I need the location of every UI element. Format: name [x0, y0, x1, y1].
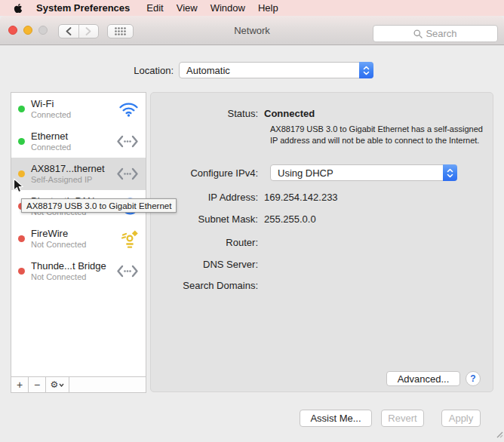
location-label: Location: [0, 65, 174, 76]
menu-item-help[interactable]: Help [258, 2, 278, 14]
service-name: AX8817...thernet [31, 164, 116, 175]
menu-bar: System Preferences Edit View Window Help [0, 0, 504, 16]
ethernet-icon [116, 265, 139, 278]
subnet-mask-value: 255.255.0.0 [264, 213, 316, 225]
search-input[interactable]: Search [373, 25, 498, 42]
firewire-icon [121, 229, 139, 249]
apple-menu-icon[interactable] [14, 2, 23, 14]
ethernet-icon [116, 135, 139, 148]
configure-ipv4-label: Configure IPv4: [151, 167, 264, 179]
status-dot-green [18, 138, 25, 145]
location-value: Automatic [186, 65, 230, 76]
ip-address-value: 169.254.142.233 [264, 192, 338, 203]
menu-item-window[interactable]: Window [211, 2, 245, 14]
menu-item-view[interactable]: View [177, 2, 198, 14]
status-label: Status: [151, 108, 264, 119]
revert-button-disabled: Revert [381, 410, 424, 427]
window-resize-grip[interactable] [496, 429, 503, 440]
service-row-wifi[interactable]: Wi-Fi Connected [11, 93, 146, 125]
status-dot-red [18, 235, 25, 242]
add-service-button[interactable]: + [11, 377, 29, 392]
gear-icon: ⚙ [51, 379, 59, 390]
mouse-cursor [13, 178, 24, 196]
status-dot-yellow [18, 170, 25, 177]
menu-app-name[interactable]: System Preferences [36, 2, 130, 14]
back-forward-control [58, 24, 99, 38]
ethernet-icon [116, 167, 139, 180]
zoom-button-disabled [38, 26, 48, 35]
wifi-icon [118, 102, 139, 117]
service-row-ax88179[interactable]: AX8817...thernet Self-Assigned IP [11, 158, 146, 190]
chevron-down-icon [59, 383, 64, 387]
service-row-firewire[interactable]: FireWire Not Connected [11, 223, 146, 255]
service-status: Not Connected [31, 272, 116, 282]
service-rows: Wi-Fi Connected Ethernet Connected [11, 93, 146, 376]
title-bar: Network Search [0, 16, 504, 45]
show-all-button[interactable] [107, 24, 134, 38]
apply-button-disabled: Apply [441, 410, 481, 427]
search-domains-label: Search Domains: [151, 280, 264, 291]
service-status: Connected [31, 143, 116, 152]
subnet-mask-label: Subnet Mask: [151, 213, 264, 225]
service-status: Self-Assigned IP [31, 175, 116, 185]
service-status: Not Connected [31, 240, 121, 250]
status-dot-red [18, 268, 25, 275]
service-name: FireWire [31, 229, 121, 240]
service-name: Wi-Fi [31, 99, 118, 110]
network-preferences-window: Network Search [0, 16, 504, 442]
status-description: AX88179 USB 3.0 to Gigabit Ethernet has … [270, 124, 487, 147]
help-button[interactable]: ? [466, 371, 481, 386]
dropdown-stepper-icon [443, 164, 457, 181]
tooltip: AX88179 USB 3.0 to Gigabit Ethernet [21, 198, 177, 213]
advanced-button[interactable]: Advanced... [386, 371, 460, 386]
back-button[interactable] [59, 25, 78, 38]
action-menu-button[interactable]: ⚙ [46, 377, 69, 392]
search-placeholder: Search [426, 28, 456, 39]
dropdown-stepper-icon [359, 62, 373, 78]
dns-server-label: DNS Server: [151, 259, 264, 270]
remove-service-button[interactable]: − [29, 377, 46, 392]
service-row-thunderbolt-bridge[interactable]: Thunde...t Bridge Not Connected [11, 255, 146, 287]
network-services-list: Wi-Fi Connected Ethernet Connected [11, 92, 146, 393]
connection-details-panel: Status: Connected AX88179 USB 3.0 to Gig… [150, 92, 493, 392]
router-label: Router: [151, 237, 264, 248]
configure-ipv4-dropdown[interactable]: Using DHCP [270, 164, 457, 181]
close-button[interactable] [8, 26, 17, 35]
service-name: Ethernet [31, 131, 116, 143]
location-dropdown[interactable]: Automatic [179, 62, 373, 78]
service-name: Thunde...t Bridge [31, 261, 116, 272]
traffic-lights [8, 26, 48, 35]
service-list-toolbar: + − ⚙ [11, 376, 146, 392]
search-icon [413, 29, 423, 38]
status-value: Connected [264, 108, 315, 119]
configure-ipv4-value: Using DHCP [278, 167, 333, 179]
menu-item-edit[interactable]: Edit [146, 2, 163, 14]
service-status: Connected [31, 110, 118, 120]
status-dot-green [18, 106, 25, 112]
forward-button-disabled [78, 25, 99, 38]
minimize-button[interactable] [23, 26, 32, 35]
service-row-ethernet[interactable]: Ethernet Connected [11, 125, 146, 158]
assist-me-button[interactable]: Assist Me... [300, 410, 372, 427]
grid-icon [115, 27, 126, 35]
